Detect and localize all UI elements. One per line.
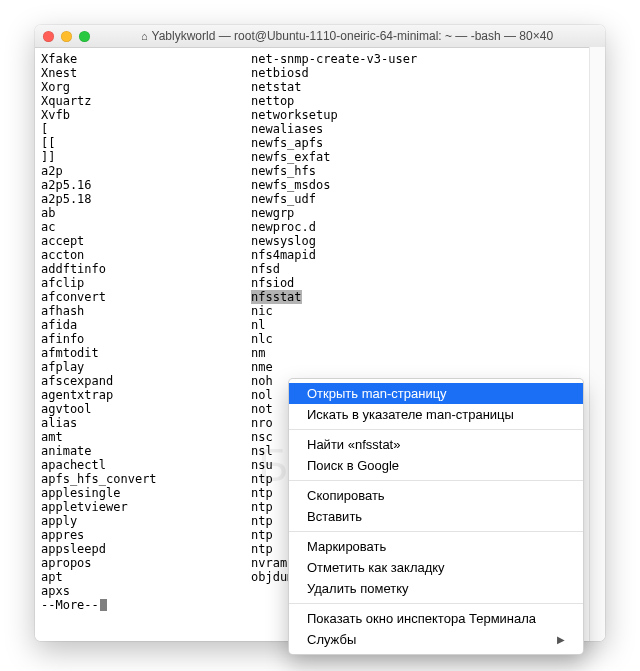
- menu-item[interactable]: Скопировать: [289, 485, 583, 506]
- list-item[interactable]: newfs_udf: [251, 192, 599, 206]
- list-item[interactable]: Xfake: [41, 52, 251, 66]
- list-item[interactable]: ]]: [41, 150, 251, 164]
- list-item[interactable]: Xvfb: [41, 108, 251, 122]
- menu-item[interactable]: Искать в указателе man-страницы: [289, 404, 583, 425]
- scrollbar[interactable]: [589, 47, 605, 641]
- list-item[interactable]: afida: [41, 318, 251, 332]
- list-item[interactable]: appsleepd: [41, 542, 251, 556]
- list-item[interactable]: afinfo: [41, 332, 251, 346]
- menu-item[interactable]: Вставить: [289, 506, 583, 527]
- list-item[interactable]: newfs_exfat: [251, 150, 599, 164]
- menu-item[interactable]: Службы▶: [289, 629, 583, 650]
- list-item[interactable]: ab: [41, 206, 251, 220]
- list-item[interactable]: apropos: [41, 556, 251, 570]
- list-item[interactable]: ac: [41, 220, 251, 234]
- menu-item-label: Искать в указателе man-страницы: [307, 407, 514, 422]
- list-item[interactable]: nm: [251, 346, 599, 360]
- list-item[interactable]: applesingle: [41, 486, 251, 500]
- list-item[interactable]: newfs_apfs: [251, 136, 599, 150]
- list-item[interactable]: Xnest: [41, 66, 251, 80]
- menu-item-label: Удалить пометку: [307, 581, 409, 596]
- selected-text[interactable]: nfsstat: [251, 290, 302, 304]
- list-item[interactable]: networksetup: [251, 108, 599, 122]
- list-item[interactable]: nlc: [251, 332, 599, 346]
- list-item[interactable]: net-snmp-create-v3-user: [251, 52, 599, 66]
- list-item[interactable]: [[: [41, 136, 251, 150]
- menu-item[interactable]: Показать окно инспектора Терминала: [289, 608, 583, 629]
- list-item[interactable]: accept: [41, 234, 251, 248]
- list-item[interactable]: apfs_hfs_convert: [41, 472, 251, 486]
- list-item[interactable]: afconvert: [41, 290, 251, 304]
- list-item[interactable]: Xquartz: [41, 94, 251, 108]
- menu-item[interactable]: Найти «nfsstat»: [289, 434, 583, 455]
- list-item[interactable]: apachectl: [41, 458, 251, 472]
- chevron-right-icon: ▶: [557, 634, 565, 645]
- list-item[interactable]: nfsiod: [251, 276, 599, 290]
- list-item[interactable]: animate: [41, 444, 251, 458]
- menu-item[interactable]: Удалить пометку: [289, 578, 583, 599]
- list-item[interactable]: newgrp: [251, 206, 599, 220]
- list-item[interactable]: nfsstat: [251, 290, 599, 304]
- menu-item-label: Найти «nfsstat»: [307, 437, 400, 452]
- list-item[interactable]: addftinfo: [41, 262, 251, 276]
- menu-item[interactable]: Отметить как закладку: [289, 557, 583, 578]
- menu-item-label: Скопировать: [307, 488, 385, 503]
- list-item[interactable]: afclip: [41, 276, 251, 290]
- list-item[interactable]: newsyslog: [251, 234, 599, 248]
- list-item[interactable]: afplay: [41, 360, 251, 374]
- list-item[interactable]: a2p: [41, 164, 251, 178]
- list-item[interactable]: apply: [41, 514, 251, 528]
- minimize-button[interactable]: [61, 31, 72, 42]
- list-item[interactable]: apxs: [41, 584, 251, 598]
- list-item[interactable]: appres: [41, 528, 251, 542]
- list-item[interactable]: nfsd: [251, 262, 599, 276]
- menu-item-label: Вставить: [307, 509, 362, 524]
- menu-separator: [289, 531, 583, 532]
- menu-item-label: Маркировать: [307, 539, 386, 554]
- list-item[interactable]: afscexpand: [41, 374, 251, 388]
- menu-item-label: Поиск в Google: [307, 458, 399, 473]
- list-item[interactable]: alias: [41, 416, 251, 430]
- context-menu[interactable]: Открыть man-страницуИскать в указателе m…: [288, 378, 584, 655]
- list-item[interactable]: nl: [251, 318, 599, 332]
- home-icon: ⌂: [141, 30, 148, 42]
- titlebar: ⌂ Yablykworld — root@Ubuntu-1110-oneiric…: [35, 25, 605, 48]
- menu-item-label: Службы: [307, 632, 356, 647]
- list-item[interactable]: agentxtrap: [41, 388, 251, 402]
- menu-item[interactable]: Открыть man-страницу: [289, 383, 583, 404]
- menu-item[interactable]: Поиск в Google: [289, 455, 583, 476]
- list-item[interactable]: apt: [41, 570, 251, 584]
- window-title: Yablykworld — root@Ubuntu-1110-oneiric-6…: [152, 29, 553, 43]
- menu-item-label: Показать окно инспектора Терминала: [307, 611, 536, 626]
- list-item[interactable]: nic: [251, 304, 599, 318]
- list-item[interactable]: newproc.d: [251, 220, 599, 234]
- menu-separator: [289, 603, 583, 604]
- list-item[interactable]: Xorg: [41, 80, 251, 94]
- list-item[interactable]: a2p5.18: [41, 192, 251, 206]
- list-item[interactable]: appletviewer: [41, 500, 251, 514]
- menu-separator: [289, 429, 583, 430]
- cursor: [100, 599, 107, 611]
- list-item[interactable]: nfs4mapid: [251, 248, 599, 262]
- list-item[interactable]: newaliases: [251, 122, 599, 136]
- list-item[interactable]: [: [41, 122, 251, 136]
- list-item[interactable]: afhash: [41, 304, 251, 318]
- list-item[interactable]: nme: [251, 360, 599, 374]
- list-item[interactable]: newfs_msdos: [251, 178, 599, 192]
- list-item[interactable]: agvtool: [41, 402, 251, 416]
- menu-separator: [289, 480, 583, 481]
- list-item[interactable]: amt: [41, 430, 251, 444]
- list-item[interactable]: accton: [41, 248, 251, 262]
- list-item[interactable]: nettop: [251, 94, 599, 108]
- list-item[interactable]: netbiosd: [251, 66, 599, 80]
- list-item[interactable]: newfs_hfs: [251, 164, 599, 178]
- list-item[interactable]: afmtodit: [41, 346, 251, 360]
- menu-item[interactable]: Маркировать: [289, 536, 583, 557]
- menu-item-label: Отметить как закладку: [307, 560, 445, 575]
- menu-item-label: Открыть man-страницу: [307, 386, 447, 401]
- more-prompt: --More--: [41, 598, 99, 612]
- list-item[interactable]: netstat: [251, 80, 599, 94]
- close-button[interactable]: [43, 31, 54, 42]
- list-item[interactable]: a2p5.16: [41, 178, 251, 192]
- maximize-button[interactable]: [79, 31, 90, 42]
